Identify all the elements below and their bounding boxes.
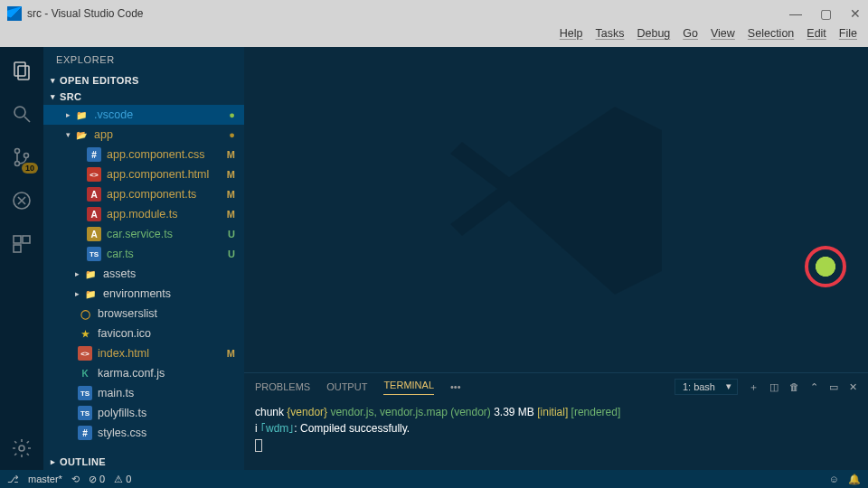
term-text: : Compiled successfully.	[294, 422, 410, 435]
file-label: car.service.ts	[107, 228, 173, 240]
status-warnings[interactable]: ⚠ 0	[114, 474, 131, 485]
git-status: M	[227, 169, 235, 180]
tree-file[interactable]: TSpolyfills.ts	[43, 403, 244, 423]
minimize-button[interactable]: —	[789, 6, 802, 21]
search-icon	[11, 103, 33, 125]
menu-edit[interactable]: Edit	[807, 27, 826, 47]
file-label: main.ts	[98, 387, 134, 399]
maximize-button[interactable]: ▢	[820, 6, 832, 21]
browserslist-file-icon: ◯	[78, 306, 92, 321]
activity-scm[interactable]: 10	[9, 145, 34, 170]
branch-name[interactable]: master*	[28, 474, 62, 484]
status-errors[interactable]: ⊘ 0	[89, 474, 105, 485]
file-label: car.ts	[107, 248, 134, 260]
svg-line-3	[24, 117, 30, 122]
svg-point-5	[15, 162, 20, 166]
feedback-icon[interactable]: ☺	[829, 474, 839, 485]
tree-file[interactable]: TScar.tsU	[43, 244, 244, 264]
tree-file[interactable]: Aapp.module.tsM	[43, 204, 244, 224]
file-label: browserslist	[98, 307, 157, 320]
activity-debug[interactable]	[9, 188, 34, 213]
tree-folder-app[interactable]: ▾ 📂 app ●	[43, 125, 244, 145]
menu-tasks[interactable]: Tasks	[596, 27, 625, 47]
chevron-down-icon: ▾	[49, 76, 58, 85]
bell-icon[interactable]: 🔔	[848, 474, 861, 485]
html-file-icon: <>	[87, 167, 101, 182]
svg-point-2	[14, 107, 25, 117]
activity-search[interactable]	[9, 101, 34, 127]
editor-area: PROBLEMS OUTPUT TERMINAL ••• 1: bash ＋ ◫…	[244, 47, 868, 470]
term-text: 3.39 MB	[491, 406, 537, 418]
file-label: polyfills.ts	[98, 407, 146, 419]
git-status: M	[227, 149, 235, 160]
favicon-file-icon: ★	[78, 326, 92, 341]
term-text: vendor.js, vendor.js.map	[327, 406, 450, 418]
term-text: {vendor}	[287, 406, 327, 418]
open-editors-label: OPEN EDITORS	[60, 75, 139, 86]
activity-explorer[interactable]	[9, 58, 34, 83]
svg-point-6	[24, 154, 29, 158]
folder-label: app	[94, 128, 113, 141]
panel-close-icon[interactable]: ✕	[849, 381, 857, 393]
tree-file[interactable]: Kkarma.conf.js	[43, 363, 244, 383]
angular-service-icon: A	[87, 227, 101, 241]
terminal-selector[interactable]: 1: bash	[675, 379, 738, 395]
folder-label: assets	[103, 267, 136, 280]
term-text: chunk	[255, 406, 287, 418]
vscode-logo-icon	[7, 6, 22, 21]
tree-folder-vscode[interactable]: ▸ 📁 .vscode ●	[43, 105, 244, 125]
menu-debug[interactable]: Debug	[637, 27, 670, 47]
branch-icon: ⎇	[7, 474, 19, 485]
tree-file[interactable]: TSmain.ts	[43, 383, 244, 403]
panel-move-icon[interactable]: ▭	[829, 381, 838, 393]
tree-file[interactable]: <>index.htmlM	[43, 343, 244, 363]
menu-view[interactable]: View	[711, 27, 735, 47]
tab-output[interactable]: OUTPUT	[326, 381, 367, 392]
file-label: app.component.html	[107, 168, 209, 181]
kill-terminal-icon[interactable]: 🗑	[789, 381, 799, 392]
folder-icon: 📁	[83, 286, 98, 301]
folder-open-icon: 📂	[74, 127, 89, 142]
svg-rect-8	[14, 236, 21, 243]
tree-file[interactable]: Acar.service.tsU	[43, 224, 244, 244]
file-label: karma.conf.js	[98, 367, 165, 380]
css-file-icon: #	[87, 147, 101, 162]
section-open-editors[interactable]: ▾ OPEN EDITORS	[43, 72, 244, 89]
close-button[interactable]: ✕	[850, 6, 861, 21]
tree-file[interactable]: <>app.component.htmlM	[43, 164, 244, 184]
tab-problems[interactable]: PROBLEMS	[255, 381, 310, 392]
panel-maximize-icon[interactable]: ⌃	[810, 381, 818, 393]
panel-overflow-icon[interactable]: •••	[450, 381, 461, 392]
sync-icon[interactable]: ⟲	[71, 474, 80, 485]
section-folder-root[interactable]: ▾ SRC	[43, 89, 244, 105]
tree-file[interactable]: ◯browserslist	[43, 304, 244, 324]
gear-icon	[11, 437, 33, 459]
new-terminal-icon[interactable]: ＋	[749, 380, 759, 394]
css-file-icon: #	[78, 426, 92, 440]
cursor-highlight-icon	[805, 246, 846, 287]
tree-file[interactable]: #app.component.cssM	[43, 145, 244, 164]
term-text: [initial]	[537, 406, 568, 418]
chevron-right-icon: ▸	[72, 269, 81, 278]
terminal-toolbar: 1: bash ＋ ◫ 🗑 ⌃ ▭ ✕	[675, 379, 857, 395]
tab-terminal[interactable]: TERMINAL	[383, 380, 434, 395]
tree-file[interactable]: Aapp.component.tsM	[43, 184, 244, 204]
terminal-output[interactable]: chunk {vendor} vendor.js, vendor.js.map …	[244, 400, 868, 470]
git-status-dot: ●	[229, 129, 235, 140]
section-outline[interactable]: ▸ OUTLINE	[43, 454, 244, 470]
tree-file[interactable]: #styles.css	[43, 423, 244, 443]
svg-point-4	[15, 149, 20, 154]
svg-rect-9	[23, 236, 30, 243]
file-label: app.component.css	[107, 148, 204, 161]
menu-go[interactable]: Go	[683, 27, 698, 47]
menu-file[interactable]: File	[839, 27, 857, 47]
menu-help[interactable]: Help	[560, 27, 583, 47]
tree-folder[interactable]: ▸📁assets	[43, 264, 244, 284]
file-label: styles.css	[98, 427, 146, 439]
tree-folder[interactable]: ▸📁environments	[43, 284, 244, 304]
menu-selection[interactable]: Selection	[748, 27, 794, 47]
activity-settings[interactable]	[9, 436, 34, 461]
activity-extensions[interactable]	[9, 231, 34, 257]
tree-file[interactable]: ★favicon.ico	[43, 324, 244, 343]
split-terminal-icon[interactable]: ◫	[769, 381, 778, 393]
